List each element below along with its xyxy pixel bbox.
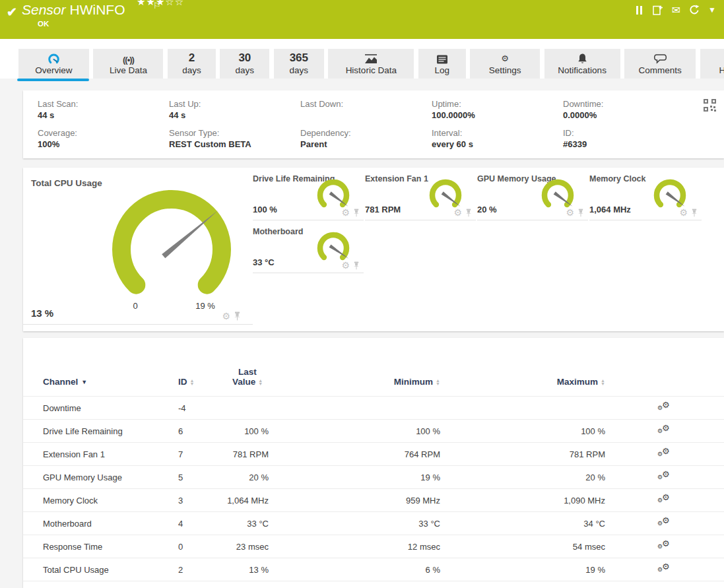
gauges-panel: Total CPU Usage 0 19 % 13 % ⚙ Drive Life… <box>23 168 724 331</box>
gear-icon[interactable]: ⚙ <box>341 208 350 217</box>
gear-icon[interactable]: ⚙ <box>679 208 688 217</box>
sort-desc-icon: ▼ <box>81 379 87 385</box>
channel-name: Total CPU Usage <box>23 558 175 581</box>
log-icon <box>436 51 449 65</box>
tab-number: 2 <box>189 51 195 65</box>
gauge-extension-fan-1: Extension Fan 1 781 RPM ⚙ <box>365 173 476 220</box>
gear-icon[interactable]: ⚙ <box>341 261 350 270</box>
dropdown-icon[interactable]: ▼ <box>708 4 716 16</box>
table-row: Drive Life Remaining 6 100 % 100 % 100 %… <box>23 420 724 443</box>
tab-live-data[interactable]: ((•)) Live Data <box>93 49 163 79</box>
column-header-maximum[interactable]: Maximum▲▼ <box>440 367 605 397</box>
gauge-motherboard: Motherboard 33 °C ⚙ <box>253 226 364 273</box>
field-dependency: Dependency: Parent <box>300 128 432 150</box>
tab-label: Notifications <box>558 65 607 77</box>
channel-table: Channel▼ ID▲▼ Last Value▲▼ Minimum▲▼ Max… <box>23 367 724 581</box>
gear-icon: ⚙ <box>501 51 509 65</box>
pin-icon[interactable] <box>465 209 472 217</box>
sort-icon: ▲▼ <box>601 379 605 385</box>
column-header-channel[interactable]: Channel▼ <box>23 367 175 397</box>
table-row: Response Time 0 23 msec 12 msec 54 msec … <box>23 535 724 558</box>
sort-icon: ▲▼ <box>436 379 440 385</box>
channel-name: Response Time <box>23 535 175 558</box>
sensor-details-panel: Last Scan: 44 s Last Up: 44 s Last Down:… <box>23 90 724 158</box>
add-report-icon[interactable] <box>652 4 663 16</box>
page-title: SensorHWiNFO <box>22 2 125 18</box>
gauge-total-cpu-usage: Total CPU Usage 0 19 % 13 % ⚙ <box>23 173 253 325</box>
bell-icon <box>577 51 588 65</box>
field-last-scan: Last Scan: 44 s <box>38 99 169 121</box>
gauge-value: 20 % <box>477 205 497 214</box>
tab-notifications[interactable]: Notifications <box>544 49 620 79</box>
table-row: Downtime -4 ⚙⚙ <box>23 397 724 420</box>
channel-settings-gears-icon[interactable]: ⚙⚙ <box>657 517 672 528</box>
channel-settings-gears-icon[interactable]: ⚙⚙ <box>657 471 672 482</box>
tab-label: days <box>290 65 309 77</box>
field-coverage: Coverage: 100% <box>38 128 169 150</box>
pin-icon[interactable] <box>577 209 584 217</box>
gauge-value: 33 °C <box>253 257 275 267</box>
gear-icon[interactable]: ⚙ <box>566 208 574 217</box>
channel-settings-gears-icon[interactable]: ⚙⚙ <box>657 401 672 412</box>
channel-settings-gears-icon[interactable]: ⚙⚙ <box>657 447 672 459</box>
column-header-last-value[interactable]: Last Value▲▼ <box>211 367 269 397</box>
refresh-icon[interactable] <box>689 4 700 16</box>
channel-settings-gears-icon[interactable]: ⚙⚙ <box>657 424 672 436</box>
tab-number: 30 <box>238 51 251 65</box>
pin-icon[interactable] <box>691 209 698 217</box>
channel-name: Extension Fan 1 <box>23 443 175 466</box>
gauge-value: 1,064 MHz <box>589 205 631 214</box>
channel-table-panel: Channel▼ ID▲▼ Last Value▲▼ Minimum▲▼ Max… <box>23 338 724 588</box>
tab-log[interactable]: Log <box>418 49 466 79</box>
channel-name: Drive Life Remaining <box>23 420 175 443</box>
gauge-memory-clock: Memory Clock 1,064 MHz ⚙ <box>589 173 702 220</box>
tab-2-days[interactable]: 2 days <box>168 49 216 79</box>
tab-comments[interactable]: Comments <box>624 49 696 79</box>
table-row: Total CPU Usage 2 13 % 6 % 19 % ⚙⚙ <box>23 558 724 581</box>
field-id: ID: #6339 <box>563 128 694 150</box>
gauge-value: 781 RPM <box>365 205 401 214</box>
tab-label: days <box>182 65 201 77</box>
gear-icon[interactable]: ⚙ <box>453 208 462 217</box>
tab-strip: Overview ((•)) Live Data 2 days 30 days … <box>0 39 724 79</box>
field-uptime: Uptime: 100.0000% <box>432 99 563 121</box>
pin-icon[interactable] <box>353 261 360 270</box>
field-last-down: Last Down: <box>300 99 432 121</box>
tab-historic-data[interactable]: Historic Data <box>328 49 414 79</box>
table-row: Extension Fan 1 7 781 RPM 764 RPM 781 RP… <box>23 443 724 466</box>
gauge-drive-life-remaining: Drive Life Remaining 100 % ⚙ <box>253 173 364 220</box>
sort-icon: ▲▼ <box>258 379 263 385</box>
field-interval: Interval: every 60 s <box>432 128 563 150</box>
pause-icon[interactable] <box>636 4 643 16</box>
tab-label: Overview <box>35 65 72 77</box>
tab-30-days[interactable]: 30 days <box>220 49 269 79</box>
channel-name: Memory Clock <box>23 489 175 512</box>
column-header-minimum[interactable]: Minimum▲▼ <box>269 367 440 397</box>
field-sensor-type: Sensor Type: REST Custom BETA <box>169 128 300 150</box>
tab-365-days[interactable]: 365 days <box>274 49 324 79</box>
pin-icon[interactable] <box>353 209 360 217</box>
pin-icon[interactable] <box>234 311 241 321</box>
gear-icon[interactable]: ⚙ <box>222 311 230 321</box>
gauge-icon <box>47 51 61 65</box>
tab-label: Comments <box>638 65 681 77</box>
table-row: Memory Clock 3 1,064 MHz 959 MHz 1,090 M… <box>23 489 724 512</box>
priority-stars[interactable]: ★★★☆☆ <box>137 0 184 8</box>
column-header-id[interactable]: ID▲▼ <box>175 367 211 397</box>
email-icon[interactable]: ✉ <box>672 4 680 16</box>
channel-name: Motherboard <box>23 512 175 535</box>
tab-settings[interactable]: ⚙ Settings <box>470 49 540 79</box>
sort-icon: ▲▼ <box>190 379 195 385</box>
sensor-type-label: Sensor <box>22 2 66 17</box>
qr-code-icon[interactable] <box>704 99 716 121</box>
tab-overview[interactable]: Overview <box>18 49 89 79</box>
channel-settings-gears-icon[interactable]: ⚙⚙ <box>657 563 672 574</box>
titlebar-actions: ✉ ▼ <box>636 3 716 16</box>
tab-history[interactable]: History <box>700 49 724 79</box>
channel-settings-gears-icon[interactable]: ⚙⚙ <box>657 494 672 505</box>
gauge-value: 100 % <box>253 205 277 214</box>
channel-settings-gears-icon[interactable]: ⚙⚙ <box>657 540 672 551</box>
tab-number: 365 <box>290 51 308 65</box>
tab-label: Live Data <box>110 65 147 77</box>
tab-label: History <box>719 65 724 77</box>
